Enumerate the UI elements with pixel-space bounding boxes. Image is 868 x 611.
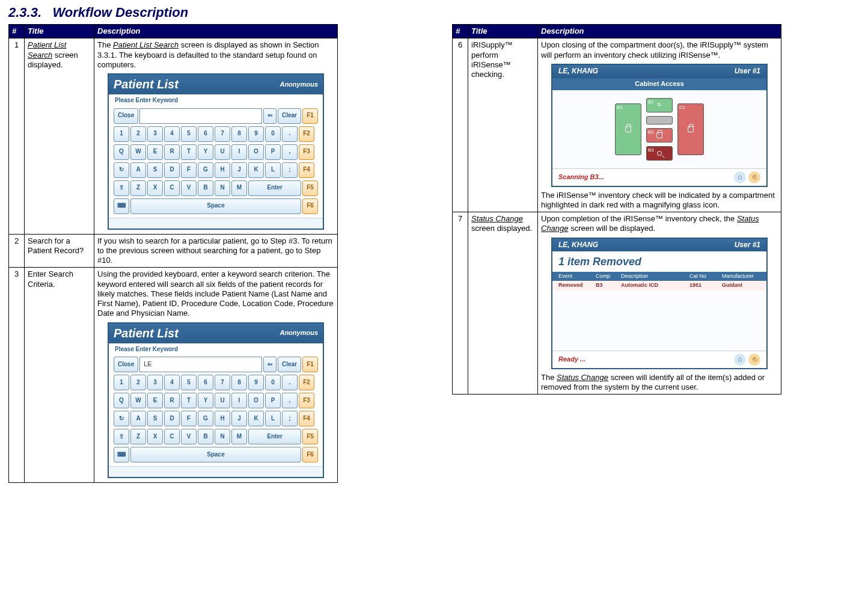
- back-arrow-icon[interactable]: ⇦: [263, 108, 277, 124]
- key-S[interactable]: S: [147, 162, 163, 178]
- key-E[interactable]: E: [147, 144, 163, 160]
- key-1[interactable]: 1: [114, 375, 129, 390]
- key-C[interactable]: C: [164, 429, 180, 444]
- key-9[interactable]: 9: [248, 126, 264, 142]
- fkey-F2[interactable]: F2: [299, 375, 314, 390]
- key-⇧[interactable]: ⇧: [114, 429, 129, 444]
- fkey-F6[interactable]: F6: [302, 198, 318, 214]
- key-U[interactable]: U: [215, 144, 230, 160]
- keyboard-icon[interactable]: ⌨: [114, 198, 129, 214]
- fkey-F3[interactable]: F3: [299, 393, 314, 408]
- key-Y[interactable]: Y: [198, 393, 213, 408]
- key-A[interactable]: A: [130, 162, 146, 178]
- key-2[interactable]: 2: [130, 375, 146, 390]
- clear-button[interactable]: Clear: [278, 357, 301, 372]
- exit-icon[interactable]: ⎋: [748, 354, 760, 366]
- key-Q[interactable]: Q: [114, 144, 129, 160]
- key-B[interactable]: B: [198, 180, 213, 196]
- key-J[interactable]: J: [231, 411, 247, 426]
- key-,[interactable]: ,: [282, 393, 298, 408]
- key-2[interactable]: 2: [130, 126, 146, 142]
- exit-icon[interactable]: ⎋: [748, 171, 760, 183]
- key-3[interactable]: 3: [147, 126, 163, 142]
- key-F[interactable]: F: [181, 162, 197, 178]
- key-3[interactable]: 3: [147, 375, 163, 390]
- key-L[interactable]: L: [265, 411, 281, 426]
- key-X[interactable]: X: [147, 429, 163, 444]
- key-4[interactable]: 4: [164, 126, 180, 142]
- key-7[interactable]: 7: [215, 375, 230, 390]
- key-D[interactable]: D: [164, 411, 180, 426]
- key-Z[interactable]: Z: [130, 180, 146, 196]
- key-⇧[interactable]: ⇧: [114, 180, 129, 196]
- back-arrow-icon[interactable]: ⇦: [263, 357, 277, 372]
- key-N[interactable]: N: [215, 429, 230, 444]
- key-V[interactable]: V: [181, 429, 197, 444]
- fkey-F4[interactable]: F4: [299, 411, 314, 426]
- key-B[interactable]: B: [198, 429, 213, 444]
- fkey-F1[interactable]: F1: [302, 108, 318, 124]
- key-V[interactable]: V: [181, 180, 197, 196]
- fkey-F2[interactable]: F2: [299, 126, 314, 142]
- close-button[interactable]: Close: [114, 108, 138, 124]
- key-F[interactable]: F: [181, 411, 197, 426]
- compartment-c1[interactable]: C1: [677, 103, 704, 155]
- key-H[interactable]: H: [215, 411, 230, 426]
- key-Y[interactable]: Y: [198, 144, 213, 160]
- enter-button[interactable]: Enter: [248, 429, 301, 444]
- key-D[interactable]: D: [164, 162, 180, 178]
- key-G[interactable]: G: [198, 411, 213, 426]
- key-,[interactable]: ,: [282, 144, 298, 160]
- key-T[interactable]: T: [181, 393, 197, 408]
- key-P[interactable]: P: [265, 393, 281, 408]
- key-E[interactable]: E: [147, 393, 163, 408]
- key-M[interactable]: M: [231, 180, 247, 196]
- key-P[interactable]: P: [265, 144, 281, 160]
- fkey-F3[interactable]: F3: [299, 144, 314, 160]
- key-9[interactable]: 9: [248, 375, 264, 390]
- key-.[interactable]: .: [282, 375, 298, 390]
- key-W[interactable]: W: [130, 393, 146, 408]
- close-button[interactable]: Close: [114, 357, 138, 372]
- key-↻[interactable]: ↻: [114, 162, 129, 178]
- key-O[interactable]: O: [248, 144, 264, 160]
- fkey-F1[interactable]: F1: [302, 357, 318, 372]
- key-A[interactable]: A: [130, 411, 146, 426]
- key-6[interactable]: 6: [198, 126, 213, 142]
- key-L[interactable]: L: [265, 162, 281, 178]
- key-↻[interactable]: ↻: [114, 411, 129, 426]
- key-Z[interactable]: Z: [130, 429, 146, 444]
- search-input[interactable]: LE: [139, 357, 262, 372]
- key-0[interactable]: 0: [265, 375, 281, 390]
- key-C[interactable]: C: [164, 180, 180, 196]
- key-U[interactable]: U: [215, 393, 230, 408]
- key-6[interactable]: 6: [198, 375, 213, 390]
- key-4[interactable]: 4: [164, 375, 180, 390]
- key-Q[interactable]: Q: [114, 393, 129, 408]
- home-icon[interactable]: ⌂: [734, 171, 746, 183]
- key-;[interactable]: ;: [282, 411, 298, 426]
- keyboard-icon[interactable]: ⌨: [114, 447, 129, 462]
- compartment-b1[interactable]: B1↻: [646, 98, 673, 112]
- compartment-b3[interactable]: B3: [646, 146, 673, 161]
- key-W[interactable]: W: [130, 144, 146, 160]
- key-K[interactable]: K: [248, 162, 264, 178]
- enter-button[interactable]: Enter: [248, 180, 301, 196]
- home-icon[interactable]: ⌂: [734, 354, 746, 366]
- fkey-F6[interactable]: F6: [302, 447, 318, 462]
- key-7[interactable]: 7: [215, 126, 230, 142]
- key-S[interactable]: S: [147, 411, 163, 426]
- fkey-F5[interactable]: F5: [302, 180, 318, 196]
- key-J[interactable]: J: [231, 162, 247, 178]
- key-K[interactable]: K: [248, 411, 264, 426]
- key-8[interactable]: 8: [231, 375, 247, 390]
- key-R[interactable]: R: [164, 144, 180, 160]
- key-M[interactable]: M: [231, 429, 247, 444]
- fkey-F4[interactable]: F4: [299, 162, 314, 178]
- key-X[interactable]: X: [147, 180, 163, 196]
- key-O[interactable]: O: [248, 393, 264, 408]
- key-0[interactable]: 0: [265, 126, 281, 142]
- key-I[interactable]: I: [231, 144, 247, 160]
- key-;[interactable]: ;: [282, 162, 298, 178]
- key-H[interactable]: H: [215, 162, 230, 178]
